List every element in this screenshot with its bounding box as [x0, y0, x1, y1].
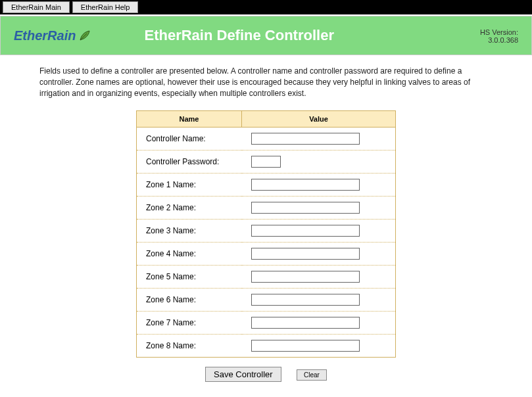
table-row: Zone 1 Name:: [137, 174, 396, 197]
field-label: Controller Name:: [137, 128, 242, 151]
logo: EtherRain: [14, 28, 91, 43]
field-input[interactable]: [251, 133, 360, 145]
version-label: HS Version:: [480, 28, 518, 36]
version-info: HS Version: 3.0.0.368: [480, 28, 518, 44]
content: Fields used to define a controller are p…: [0, 55, 532, 392]
table-row: Zone 2 Name:: [137, 197, 396, 220]
field-input[interactable]: [251, 340, 360, 352]
field-label: Zone 6 Name:: [137, 289, 242, 312]
table-row: Zone 8 Name:: [137, 335, 396, 358]
field-label: Zone 2 Name:: [137, 197, 242, 220]
leaf-icon: [78, 29, 91, 42]
field-label: Zone 4 Name:: [137, 243, 242, 266]
field-value-cell: [242, 197, 396, 220]
clear-button[interactable]: Clear: [297, 369, 327, 381]
field-value-cell: [242, 312, 396, 335]
field-value-cell: [242, 266, 396, 289]
field-value-cell: [242, 335, 396, 358]
field-label: Zone 7 Name:: [137, 312, 242, 335]
field-input[interactable]: [251, 202, 360, 214]
nav-main-button[interactable]: EtherRain Main: [3, 1, 70, 13]
field-label: Controller Password:: [137, 151, 242, 174]
page-header: EtherRain EtherRain Define Controller HS…: [0, 16, 532, 55]
table-row: Zone 4 Name:: [137, 243, 396, 266]
version-value: 3.0.0.368: [480, 36, 518, 44]
table-row: Zone 6 Name:: [137, 289, 396, 312]
field-value-cell: [242, 220, 396, 243]
field-input[interactable]: [251, 248, 360, 260]
field-label: Zone 3 Name:: [137, 220, 242, 243]
field-value-cell: [242, 174, 396, 197]
table-row: Zone 3 Name:: [137, 220, 396, 243]
field-value-cell: [242, 128, 396, 151]
nav-help-button[interactable]: EtherRain Help: [72, 1, 139, 13]
save-controller-button[interactable]: Save Controller: [205, 367, 281, 382]
field-label: Zone 1 Name:: [137, 174, 242, 197]
table-row: Controller Name:: [137, 128, 396, 151]
controller-form-table: Name Value Controller Name:Controller Pa…: [136, 110, 396, 358]
field-value-cell: [242, 151, 396, 174]
field-input[interactable]: [251, 317, 360, 329]
field-label: Zone 8 Name:: [137, 335, 242, 358]
field-input[interactable]: [251, 294, 360, 306]
field-input[interactable]: [251, 271, 360, 283]
logo-text: EtherRain: [14, 28, 76, 43]
table-row: Zone 5 Name:: [137, 266, 396, 289]
field-input[interactable]: [251, 156, 281, 168]
table-row: Zone 7 Name:: [137, 312, 396, 335]
column-header-value: Value: [242, 111, 396, 128]
top-nav: EtherRain Main EtherRain Help: [0, 0, 532, 14]
column-header-name: Name: [137, 111, 242, 128]
button-row: Save Controller Clear: [20, 367, 512, 382]
page-title: EtherRain Define Controller: [144, 27, 333, 44]
field-value-cell: [242, 289, 396, 312]
field-label: Zone 5 Name:: [137, 266, 242, 289]
field-value-cell: [242, 243, 396, 266]
description-text: Fields used to define a controller are p…: [20, 66, 512, 99]
table-row: Controller Password:: [137, 151, 396, 174]
field-input[interactable]: [251, 225, 360, 237]
field-input[interactable]: [251, 179, 360, 191]
